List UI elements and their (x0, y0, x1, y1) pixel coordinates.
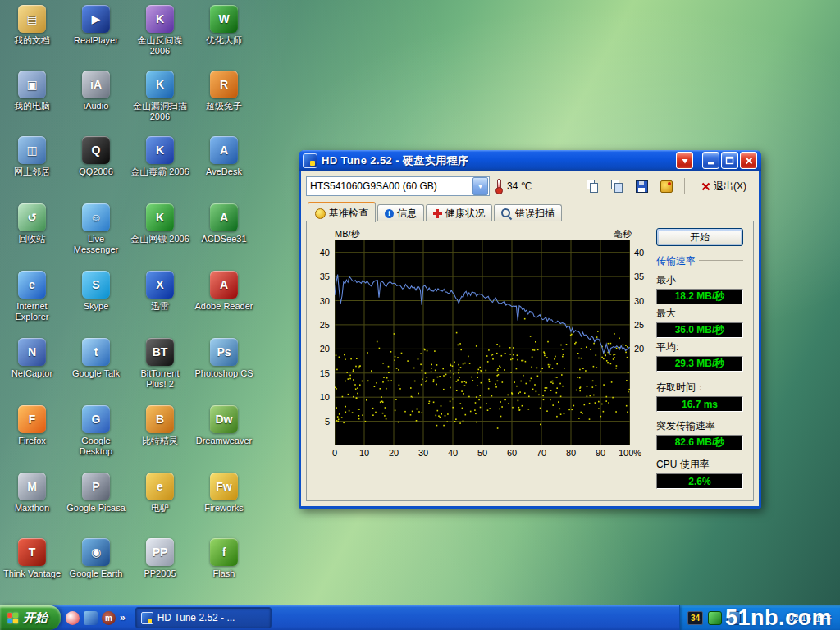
desktop-icon-label: 迅雷 (130, 301, 190, 312)
tab-benchmark[interactable]: 基准检查 (308, 202, 376, 222)
desktop-icon-label: Live Messenger (66, 234, 126, 254)
desktop-icon-realplayer[interactable]: ▶RealPlayer (66, 5, 126, 46)
desktop-icon-my-documents[interactable]: ▤我的文档 (2, 5, 62, 46)
quicklaunch-icon-2[interactable] (84, 611, 98, 625)
desktop-icon-acdsee[interactable]: AACDSee31 (194, 203, 254, 244)
desktop-icon-avedesk[interactable]: AAveDesk (194, 136, 254, 177)
taskbar: 开始 HD Tune 2.52 - ... 34 02:16 上午 (0, 605, 840, 630)
desktop-icon-network-places[interactable]: ◫网上邻居 (2, 136, 62, 177)
copy-screenshot-button[interactable] (582, 177, 602, 195)
desktop-icon-label: 超级兔子 (194, 101, 254, 112)
desktop-icon-thinkvantage[interactable]: TThink Vantage (2, 538, 62, 579)
tab-error-scan[interactable]: 错误扫描 (494, 204, 562, 221)
cpu-usage-value: 2.6% (656, 473, 743, 489)
desktop-icon-kingsoft-firewall[interactable]: K金山网镖 2006 (130, 203, 190, 244)
options-icon (660, 180, 673, 193)
minimize-button[interactable] (702, 152, 719, 169)
wopti-icon: W (210, 5, 238, 33)
kingsoft-antivirus-icon: K (146, 136, 174, 164)
titlebar[interactable]: HD Tune 2.52 - 硬盘实用程序 (299, 150, 761, 171)
iaudio-icon: iA (82, 71, 110, 98)
desktop-icon-kingsoft-vulnscan[interactable]: K金山漏洞扫描 2006 (130, 71, 190, 121)
desktop-icon-label: ACDSee31 (194, 234, 254, 244)
desktop: ▤我的文档▣我的电脑◫网上邻居↺回收站eInternet ExplorerNNe… (0, 0, 840, 630)
avedesk-icon: A (210, 136, 238, 164)
drive-select-value: HTS541060G9SA00 (60 GB) (307, 180, 472, 192)
update-download-button[interactable] (676, 152, 693, 169)
desktop-icon-flash[interactable]: fFlash (194, 538, 254, 579)
desktop-icon-internet-explorer[interactable]: eInternet Explorer (2, 271, 62, 322)
exit-x-icon (701, 182, 710, 191)
desktop-icon-skype[interactable]: SSkype (66, 271, 126, 312)
windows-logo-icon (7, 612, 18, 623)
tab-info[interactable]: 信息 (377, 204, 424, 221)
desktop-icon-fireworks[interactable]: FwFireworks (194, 472, 254, 514)
desktop-icon-kingsoft-antispyware[interactable]: K金山反间谍 2006 (130, 5, 190, 56)
desktop-icon-photoshop[interactable]: PsPhotoshop CS (194, 338, 254, 379)
quicklaunch-icon-3[interactable] (102, 611, 116, 625)
realplayer-icon: ▶ (82, 5, 110, 33)
desktop-icon-firefox[interactable]: FFirefox (2, 405, 62, 446)
close-button[interactable] (740, 152, 757, 169)
desktop-icon-label: Google Earth (66, 568, 126, 579)
desktop-icon-bittorrent[interactable]: BTBitTorrent Plus! 2 (130, 338, 190, 389)
desktop-icon-label: QQ2006 (66, 167, 126, 177)
chevron-down-icon[interactable] (472, 177, 488, 195)
benchmark-chart (335, 240, 630, 445)
hdtune-window: HD Tune 2.52 - 硬盘实用程序 HTS541060G9SA00 (6… (299, 150, 761, 509)
desktop-icon-google-earth[interactable]: ◉Google Earth (66, 538, 126, 579)
start-button[interactable]: 开始 (0, 605, 61, 630)
desktop-icon-netcaptor[interactable]: NNetCaptor (2, 338, 62, 379)
desktop-icon-label: RealPlayer (66, 35, 126, 46)
maximize-button[interactable] (721, 152, 738, 169)
desktop-icon-label: Flash (194, 568, 254, 579)
tray-hdtune-temp-badge[interactable]: 34 (687, 611, 703, 625)
desktop-icon-google-talk[interactable]: tGoogle Talk (66, 338, 126, 379)
desktop-icon-google-desktop[interactable]: GGoogle Desktop (66, 405, 126, 456)
flash-icon: f (210, 538, 238, 566)
hdtune-app-icon (303, 153, 317, 168)
netcaptor-icon: N (18, 338, 46, 366)
desktop-icon-bitspirit[interactable]: B比特精灵 (130, 405, 190, 446)
desktop-icon-qq2006[interactable]: QQQ2006 (66, 136, 126, 177)
desktop-icon-adobe-reader[interactable]: AAdobe Reader (194, 271, 254, 312)
desktop-icon-pp2005[interactable]: PPPP2005 (130, 538, 190, 579)
desktop-icon-iaudio[interactable]: iAiAudio (66, 71, 126, 112)
health-cross-icon (433, 209, 442, 218)
desktop-icon-wopti[interactable]: W优化大师 (194, 5, 254, 46)
tab-health[interactable]: 健康状况 (426, 204, 492, 221)
quicklaunch-icon-1[interactable] (66, 611, 80, 625)
quicklaunch-overflow-chevron[interactable] (120, 612, 126, 623)
drive-select[interactable]: HTS541060G9SA00 (60 GB) (306, 176, 490, 196)
start-benchmark-button[interactable]: 开始 (656, 228, 743, 246)
window-client-area: HTS541060G9SA00 (60 GB) 34 ℃ 退出(X) (301, 171, 759, 506)
taskbar-task-hdtune[interactable]: HD Tune 2.52 - ... (135, 607, 272, 628)
desktop-icon-superrabbit[interactable]: R超级兔子 (194, 71, 254, 112)
copy-text-button[interactable] (607, 177, 627, 195)
google-talk-icon: t (82, 338, 110, 366)
tray-antivirus-icon[interactable] (708, 611, 722, 625)
exit-button[interactable]: 退出(X) (696, 177, 752, 196)
desktop-icon-label: 我的文档 (2, 35, 62, 46)
desktop-icon-dreamweaver[interactable]: DwDreamweaver (194, 405, 254, 446)
desktop-icon-recycle-bin[interactable]: ↺回收站 (2, 203, 62, 244)
desktop-icon-thunder[interactable]: X迅雷 (130, 271, 190, 312)
desktop-icon-google-picasa[interactable]: PGoogle Picasa (66, 472, 126, 514)
desktop-icon-label: AveDesk (194, 167, 254, 177)
desktop-icon-label: BitTorrent Plus! 2 (130, 368, 190, 389)
desktop-icon-label: 金山网镖 2006 (130, 234, 190, 244)
options-button[interactable] (656, 177, 676, 195)
y-right-tick-labels: 4035302520 (632, 228, 651, 458)
chart-area: MB/秒 毫秒 403530252015105 4035302520 01020… (312, 228, 651, 464)
acdsee-icon: A (210, 203, 238, 231)
desktop-icon-live-messenger[interactable]: ☺Live Messenger (66, 203, 126, 254)
desktop-icon-label: Skype (66, 301, 126, 312)
desktop-icon-kingsoft-antivirus[interactable]: K金山毒霸 2006 (130, 136, 190, 177)
desktop-icon-my-computer[interactable]: ▣我的电脑 (2, 71, 62, 112)
desktop-icon-label: Firefox (2, 436, 62, 446)
desktop-icon-emule[interactable]: e电驴 (130, 472, 190, 514)
save-screenshot-button[interactable] (632, 177, 651, 195)
desktop-icon-maxthon[interactable]: MMaxthon (2, 472, 62, 514)
info-icon (385, 209, 394, 218)
desktop-icon-label: PP2005 (130, 568, 190, 579)
